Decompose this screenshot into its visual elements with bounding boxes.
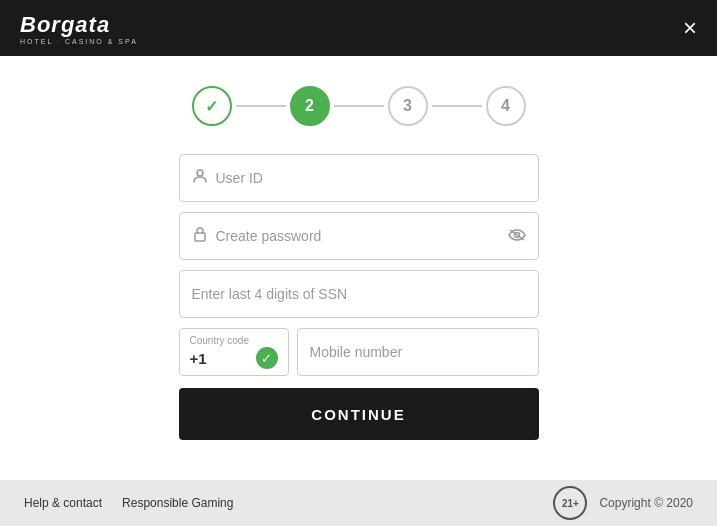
step-1-check-icon: ✓ <box>205 97 218 116</box>
footer-links: Help & contact Responsible Gaming <box>24 496 233 510</box>
userid-input[interactable] <box>216 170 526 186</box>
logo-subtext: HOTEL · CASINO & SPA <box>20 38 138 45</box>
country-code-value-row: +1 ✓ <box>190 347 278 369</box>
phone-row: Country code +1 ✓ <box>179 328 539 376</box>
close-button[interactable]: × <box>683 16 697 40</box>
main-content: ✓ 2 3 4 <box>0 56 717 480</box>
svg-rect-1 <box>195 233 205 241</box>
help-link[interactable]: Help & contact <box>24 496 102 510</box>
step-line-2 <box>334 105 384 107</box>
step-2: 2 <box>290 86 330 126</box>
footer-right: 21+ Copyright © 2020 <box>553 486 693 520</box>
step-4-label: 4 <box>501 97 510 115</box>
mobile-field-wrapper <box>297 328 539 376</box>
age-badge: 21+ <box>553 486 587 520</box>
step-4: 4 <box>486 86 526 126</box>
svg-point-0 <box>197 170 203 176</box>
form: Country code +1 ✓ CONTINUE <box>179 154 539 440</box>
step-1: ✓ <box>192 86 232 126</box>
step-3: 3 <box>388 86 428 126</box>
copyright-text: Copyright © 2020 <box>599 496 693 510</box>
show-password-icon[interactable] <box>508 227 526 245</box>
ssn-field-wrapper <box>179 270 539 318</box>
user-icon <box>192 168 208 188</box>
step-line-1 <box>236 105 286 107</box>
step-2-label: 2 <box>305 97 314 115</box>
steps-indicator: ✓ 2 3 4 <box>192 86 526 126</box>
country-code-value: +1 <box>190 350 207 367</box>
ssn-input[interactable] <box>192 286 526 302</box>
responsible-gaming-link[interactable]: Responsible Gaming <box>122 496 233 510</box>
continue-button[interactable]: CONTINUE <box>179 388 539 440</box>
header: Borgata HOTEL · CASINO & SPA × <box>0 0 717 56</box>
logo-text: Borgata HOTEL · CASINO & SPA <box>20 12 138 45</box>
userid-field-wrapper <box>179 154 539 202</box>
step-3-label: 3 <box>403 97 412 115</box>
country-check-icon: ✓ <box>256 347 278 369</box>
password-field-wrapper <box>179 212 539 260</box>
password-input[interactable] <box>216 228 500 244</box>
country-code-selector[interactable]: Country code +1 ✓ <box>179 328 289 376</box>
footer: Help & contact Responsible Gaming 21+ Co… <box>0 480 717 526</box>
country-code-label: Country code <box>190 335 278 347</box>
mobile-input[interactable] <box>310 344 526 360</box>
lock-icon <box>192 226 208 246</box>
logo: Borgata HOTEL · CASINO & SPA <box>20 12 138 45</box>
step-line-3 <box>432 105 482 107</box>
